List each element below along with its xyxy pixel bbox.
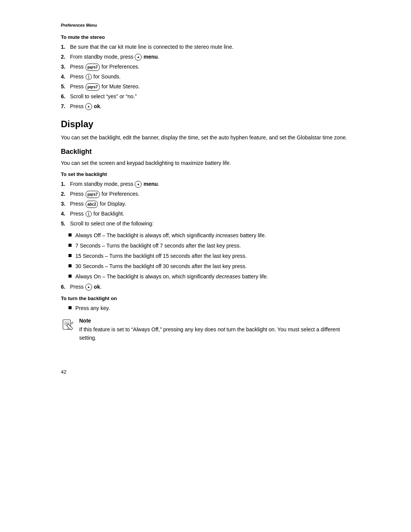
bullet-turn-on bbox=[68, 306, 72, 309]
pqrs7-key-3: pqrs7 bbox=[86, 191, 100, 198]
bullet-3 bbox=[68, 254, 72, 257]
option-7sec-text: 7 Seconds – Turns the backlight off 7 se… bbox=[75, 242, 241, 250]
turn-on-text: Press any key. bbox=[75, 304, 110, 312]
bullet-2 bbox=[68, 244, 72, 247]
pqrs7-key-2: pqrs7 bbox=[86, 83, 100, 91]
page-number: 42 bbox=[61, 369, 350, 375]
set-step-1: 1. From standby mode, press menu. bbox=[61, 180, 350, 188]
step-text-5: Press pqrs7 for Mute Stereo. bbox=[70, 83, 140, 91]
ok-key-1 bbox=[85, 103, 92, 110]
svg-marker-6 bbox=[71, 322, 73, 324]
step-text-6: Scroll to select “yes” or “no.” bbox=[70, 93, 137, 101]
backlight-intro: You can set the screen and keypad backli… bbox=[61, 159, 350, 167]
set-step-num-5: 5. bbox=[61, 220, 70, 228]
set-step-num-1: 1. bbox=[61, 180, 70, 188]
step-text-7: Press ok. bbox=[70, 102, 102, 110]
set-backlight-heading: To set the backlight bbox=[61, 171, 350, 177]
step-num-3: 3. bbox=[61, 63, 70, 71]
set-step-text-1: From standby mode, press menu. bbox=[70, 180, 159, 188]
step-text-2: From standby mode, press menu. bbox=[70, 53, 159, 61]
set-step-text-6: Press ok. bbox=[70, 283, 102, 291]
set-backlight-steps: 1. From standby mode, press menu. 2. Pre… bbox=[61, 180, 350, 228]
note-content: Note If this feature is set to “Always O… bbox=[79, 318, 350, 346]
step-num-6: 6. bbox=[61, 93, 70, 101]
backlight-options: Always Off – The backlight is always off… bbox=[68, 232, 350, 281]
set-step-6: 6. Press ok. bbox=[61, 283, 350, 291]
option-30sec: 30 Seconds – Turns the backlight off 30 … bbox=[68, 262, 350, 270]
backlight-section: Backlight You can set the screen and key… bbox=[61, 148, 350, 346]
bullet-1 bbox=[68, 233, 72, 236]
mute-stereo-section: To mute the stereo 1. Be sure that the c… bbox=[61, 34, 350, 110]
note-pencil-icon bbox=[61, 318, 75, 332]
note-box: Note If this feature is set to “Always O… bbox=[61, 318, 350, 346]
option-always-off-text: Always Off – The backlight is always off… bbox=[75, 232, 266, 240]
step-num-7: 7. bbox=[61, 102, 70, 110]
bullet-4 bbox=[68, 264, 72, 267]
set-step-num-3: 3. bbox=[61, 200, 70, 208]
step-num-5: 5. bbox=[61, 83, 70, 91]
mute-stereo-heading: To mute the stereo bbox=[61, 34, 350, 40]
menu-key-1 bbox=[135, 54, 142, 61]
set-step-3: 3. Press abc2 for Display. bbox=[61, 200, 350, 208]
set-step-text-3: Press abc2 for Display. bbox=[70, 200, 126, 208]
set-step-num-6: 6. bbox=[61, 283, 70, 291]
set-step-text-2: Press pqrs7 for Preferences. bbox=[70, 190, 139, 198]
display-heading: Display bbox=[61, 119, 350, 129]
abc2-key: abc2 bbox=[86, 201, 98, 208]
set-backlight-step6-list: 6. Press ok. bbox=[61, 283, 350, 291]
turn-on-section: To turn the backlight on Press any key. bbox=[61, 296, 350, 312]
note-text: If this feature is set to “Always Off,” … bbox=[79, 325, 350, 342]
option-15sec: 15 Seconds – Turns the backlight off 15 … bbox=[68, 252, 350, 260]
mute-step-3: 3. Press pqrs7 for Preferences. bbox=[61, 63, 350, 71]
1-key-2: 1 bbox=[86, 211, 92, 217]
option-7sec: 7 Seconds – Turns the backlight off 7 se… bbox=[68, 242, 350, 250]
step-num-2: 2. bbox=[61, 53, 70, 61]
mute-step-7: 7. Press ok. bbox=[61, 102, 350, 110]
set-step-num-4: 4. bbox=[61, 210, 70, 218]
turn-on-list: Press any key. bbox=[68, 304, 350, 312]
set-step-2: 2. Press pqrs7 for Preferences. bbox=[61, 190, 350, 198]
note-title: Note bbox=[79, 318, 350, 324]
pqrs7-key-1: pqrs7 bbox=[86, 64, 100, 71]
mute-step-1: 1. Be sure that the car kit mute line is… bbox=[61, 43, 350, 51]
mute-stereo-steps: 1. Be sure that the car kit mute line is… bbox=[61, 43, 350, 110]
option-15sec-text: 15 Seconds – Turns the backlight off 15 … bbox=[75, 252, 247, 260]
step-num-4: 4. bbox=[61, 73, 70, 81]
step-text-3: Press pqrs7 for Preferences. bbox=[70, 63, 139, 71]
set-step-5: 5. Scroll to select one of the following… bbox=[61, 220, 350, 228]
mute-step-4: 4. Press 1 for Sounds. bbox=[61, 73, 350, 81]
set-step-text-5: Scroll to select one of the following: bbox=[70, 220, 153, 228]
option-always-on-text: Always On – The backlight is always on, … bbox=[75, 273, 268, 281]
option-always-off: Always Off – The backlight is always off… bbox=[68, 232, 350, 240]
1-key-1: 1 bbox=[86, 74, 92, 80]
mute-step-6: 6. Scroll to select “yes” or “no.” bbox=[61, 93, 350, 101]
option-30sec-text: 30 Seconds – Turns the backlight off 30 … bbox=[75, 262, 247, 270]
menu-key-2 bbox=[135, 181, 142, 188]
set-step-text-4: Press 1 for Backlight. bbox=[70, 210, 124, 218]
set-backlight-section: To set the backlight 1. From standby mod… bbox=[61, 171, 350, 291]
set-step-4: 4. Press 1 for Backlight. bbox=[61, 210, 350, 218]
note-icon bbox=[61, 318, 75, 333]
bullet-5 bbox=[68, 275, 72, 278]
display-intro: You can set the backlight, edit the bann… bbox=[61, 133, 350, 142]
turn-on-heading: To turn the backlight on bbox=[61, 296, 350, 301]
mute-step-5: 5. Press pqrs7 for Mute Stereo. bbox=[61, 83, 350, 91]
set-step-num-2: 2. bbox=[61, 190, 70, 198]
backlight-heading: Backlight bbox=[61, 148, 350, 156]
option-always-on: Always On – The backlight is always on, … bbox=[68, 273, 350, 281]
ok-key-2 bbox=[85, 284, 92, 291]
mute-step-2: 2. From standby mode, press menu. bbox=[61, 53, 350, 61]
turn-on-item: Press any key. bbox=[68, 304, 350, 312]
step-text-1: Be sure that the car kit mute line is co… bbox=[70, 43, 234, 51]
step-num-1: 1. bbox=[61, 43, 70, 51]
step-text-4: Press 1 for Sounds. bbox=[70, 73, 121, 81]
preferences-menu-label: Preferences Menu bbox=[61, 23, 350, 27]
display-section: Display You can set the backlight, edit … bbox=[61, 119, 350, 142]
